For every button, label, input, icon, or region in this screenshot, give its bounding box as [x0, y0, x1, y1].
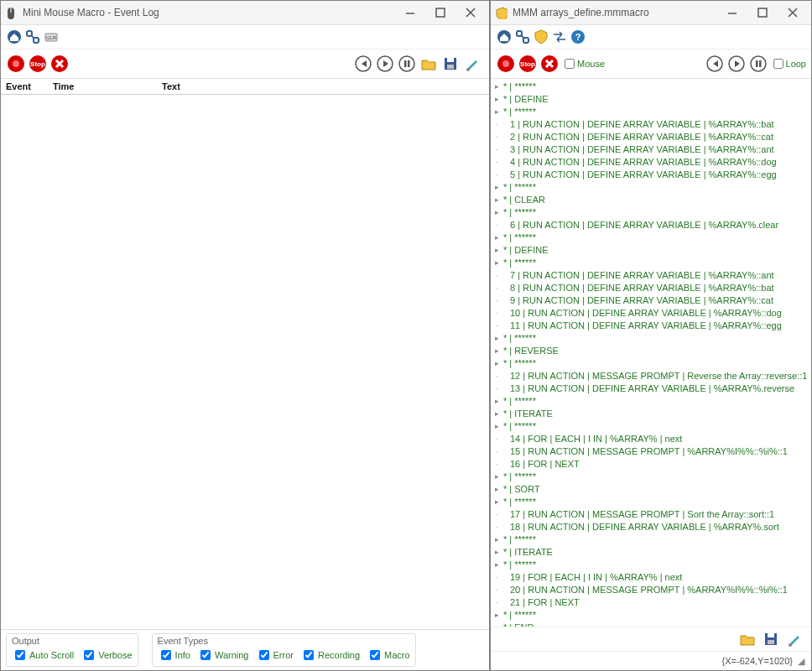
autoscroll-checkbox[interactable]: Auto Scroll	[12, 648, 74, 663]
macro-row[interactable]: ·21 | FOR | NEXT	[492, 596, 810, 609]
expander-icon[interactable]: ▸	[492, 471, 502, 483]
expander-icon[interactable]: ▸	[492, 559, 502, 571]
macro-row[interactable]: ·9 | RUN ACTION | DEFINE ARRAY VARIABLE …	[492, 294, 810, 307]
stop-button[interactable]	[28, 54, 48, 74]
shield-icon[interactable]	[533, 29, 549, 45]
macro-row[interactable]: ·8 | RUN ACTION | DEFINE ARRAY VARIABLE …	[492, 282, 810, 294]
mouse-checkbox[interactable]: Mouse	[565, 59, 605, 69]
macro-row[interactable]: ▸* | CLEAR	[492, 194, 810, 206]
expander-icon[interactable]: ▸	[492, 257, 502, 269]
macro-row[interactable]: ·16 | FOR | NEXT	[492, 458, 810, 471]
macro-row[interactable]: ·4 | RUN ACTION | DEFINE ARRAY VARIABLE …	[492, 156, 810, 169]
macro-row[interactable]: ·15 | RUN ACTION | MESSAGE PROMPT | %ARR…	[492, 445, 810, 458]
record-button[interactable]	[496, 54, 516, 74]
macro-row[interactable]: ▸* | ******	[492, 420, 810, 433]
macro-row[interactable]: ▸* | ******	[492, 559, 810, 571]
recording-checkbox[interactable]: Recording	[300, 648, 360, 663]
macro-row[interactable]: ·13 | RUN ACTION | DEFINE ARRAY VARIABLE…	[492, 382, 810, 395]
macro-row[interactable]: ▸* | DEFINE	[492, 93, 810, 106]
macro-row[interactable]: ·2 | RUN ACTION | DEFINE ARRAY VARIABLE …	[492, 131, 810, 143]
resize-grip-icon[interactable]: ◢	[798, 656, 804, 667]
stop-button[interactable]	[518, 54, 538, 74]
expander-icon[interactable]: ▸	[492, 496, 502, 508]
eventlog-body[interactable]	[1, 95, 489, 629]
info-checkbox[interactable]: Info	[158, 648, 190, 663]
macro-row[interactable]: ·12 | RUN ACTION | MESSAGE PROMPT | Reve…	[492, 370, 810, 382]
loop-checkbox[interactable]: Loop	[773, 59, 806, 69]
macro-row[interactable]: ·3 | RUN ACTION | DEFINE ARRAY VARIABLE …	[492, 143, 810, 156]
expander-icon[interactable]: ▸	[492, 483, 502, 496]
expander-icon[interactable]: ▸	[492, 609, 502, 622]
pause-button[interactable]	[748, 54, 768, 74]
close-button[interactable]	[778, 3, 808, 23]
record-button[interactable]	[6, 54, 26, 74]
minimize-button[interactable]	[717, 3, 747, 23]
macro-row[interactable]: ·14 | FOR | EACH | I IN | %ARRAY% | next	[492, 433, 810, 445]
macro-row[interactable]: ▸* | DEFINE	[492, 244, 810, 257]
expander-icon[interactable]: ▸	[492, 106, 502, 118]
warning-checkbox[interactable]: Warning	[197, 648, 249, 663]
macro-row[interactable]: ▸* | ITERATE	[492, 408, 810, 420]
expander-icon[interactable]: ▸	[492, 408, 502, 420]
macro-row[interactable]: ▸* | REVERSE	[492, 345, 810, 357]
macro-row[interactable]: ·20 | RUN ACTION | MESSAGE PROMPT | %ARR…	[492, 584, 810, 596]
close-button[interactable]	[455, 3, 486, 23]
macro-row[interactable]: ▸* | ******	[492, 181, 810, 194]
delete-button[interactable]	[49, 54, 70, 74]
home-icon[interactable]	[496, 29, 513, 45]
expander-icon[interactable]: ▸	[492, 181, 502, 194]
skipback-button[interactable]	[353, 54, 373, 74]
macro-row[interactable]: ·5 | RUN ACTION | DEFINE ARRAY VARIABLE …	[492, 169, 810, 181]
macro-row[interactable]: ▸* | ******	[492, 395, 810, 408]
macro-row[interactable]: ·18 | RUN ACTION | DEFINE ARRAY VARIABLE…	[492, 521, 810, 533]
maximize-button[interactable]	[747, 3, 778, 23]
clear-icon[interactable]	[43, 29, 60, 45]
macro-row[interactable]: ▸* | ITERATE	[492, 546, 810, 559]
macro-row[interactable]: ▸* | ******	[492, 357, 810, 370]
col-event[interactable]: Event	[6, 81, 53, 91]
expander-icon[interactable]: ▸	[492, 81, 502, 93]
macro-row[interactable]: ·7 | RUN ACTION | DEFINE ARRAY VARIABLE …	[492, 269, 810, 282]
macro-row[interactable]: ▸* | ******	[492, 106, 810, 118]
col-text[interactable]: Text	[162, 81, 484, 91]
col-time[interactable]: Time	[53, 81, 162, 91]
save-button[interactable]	[440, 54, 461, 74]
expander-icon[interactable]: ▸	[492, 206, 502, 219]
pause-button[interactable]	[397, 54, 417, 74]
macro-row[interactable]: ▸* | ******	[492, 81, 810, 93]
macro-row[interactable]: ·10 | RUN ACTION | DEFINE ARRAY VARIABLE…	[492, 307, 810, 320]
expander-icon[interactable]: ▸	[492, 244, 502, 257]
minimize-button[interactable]	[395, 3, 425, 23]
link-icon[interactable]	[514, 29, 531, 45]
expander-icon[interactable]: ▸	[492, 345, 502, 357]
swap-icon[interactable]	[551, 29, 568, 45]
error-checkbox[interactable]: Error	[256, 648, 294, 663]
home-icon[interactable]	[6, 29, 23, 45]
play-button[interactable]	[726, 54, 747, 74]
macro-row[interactable]: ▸* | ******	[492, 496, 810, 508]
save-button[interactable]	[761, 629, 781, 649]
macro-row[interactable]: ▸* | ******	[492, 533, 810, 546]
macro-list[interactable]: ▸* | ******▸* | DEFINE▸* | ******·1 | RU…	[491, 79, 811, 627]
expander-icon[interactable]: ▸	[492, 231, 502, 244]
macro-row[interactable]: ▸* | ******	[492, 609, 810, 622]
delete-button[interactable]	[539, 54, 560, 74]
expander-icon[interactable]: ▸	[492, 533, 502, 546]
titlebar[interactable]: Mini Mouse Macro - Event Log	[1, 1, 489, 25]
expander-icon[interactable]: ▸	[492, 194, 502, 206]
macro-row[interactable]: ·6 | RUN ACTION | DEFINE ARRAY VARIABLE …	[492, 219, 810, 231]
macro-row[interactable]: ·11 | RUN ACTION | DEFINE ARRAY VARIABLE…	[492, 320, 810, 332]
skipback-button[interactable]	[705, 54, 725, 74]
open-button[interactable]	[737, 629, 757, 649]
expander-icon[interactable]: ▸	[492, 420, 502, 433]
macro-row[interactable]: ▸* | SORT	[492, 483, 810, 496]
open-button[interactable]	[419, 54, 439, 74]
macro-checkbox[interactable]: Macro	[367, 648, 410, 663]
play-button[interactable]	[375, 54, 395, 74]
macro-row[interactable]: ▸* | ******	[492, 206, 810, 219]
macro-row[interactable]: ▸* | ******	[492, 471, 810, 483]
help-icon[interactable]	[570, 29, 586, 45]
expander-icon[interactable]: ▸	[492, 332, 502, 345]
macro-row[interactable]: ·1 | RUN ACTION | DEFINE ARRAY VARIABLE …	[492, 118, 810, 131]
expander-icon[interactable]: ▸	[492, 395, 502, 408]
